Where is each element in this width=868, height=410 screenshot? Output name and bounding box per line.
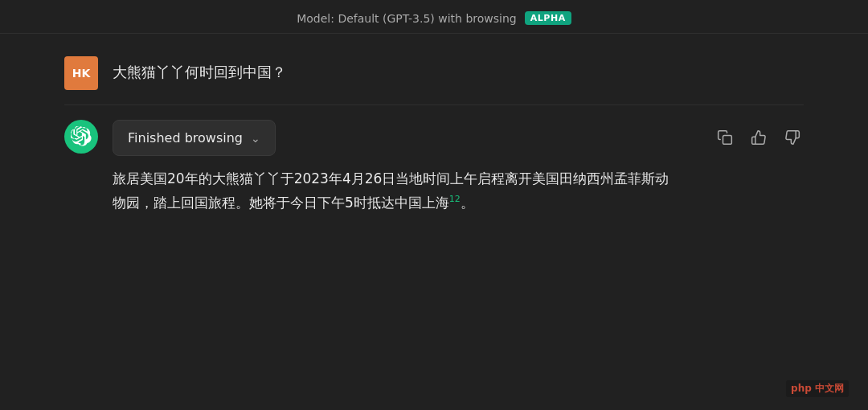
openai-logo-icon [71,126,92,147]
user-message-text: 大熊猫丫丫何时回到中国？ [113,56,286,82]
svg-rect-0 [723,136,732,145]
action-icons-group [714,120,804,149]
user-avatar: HK [64,56,98,90]
alpha-badge: ALPHA [525,11,571,25]
citation-superscript: 12 [449,194,461,204]
assistant-message-row: Finished browsing ⌄ 旅居美国20年的大熊猫丫丫于2023年4… [64,105,804,230]
assistant-response-text: 旅居美国20年的大熊猫丫丫于2023年4月26日当地时间上午启程离开美国田纳西州… [113,167,675,215]
chevron-down-icon: ⌄ [251,132,260,145]
thumbs-down-button[interactable] [781,126,804,149]
watermark: php 中文网 [786,380,849,397]
user-message-row: HK 大熊猫丫丫何时回到中国？ [64,42,804,105]
thumbs-up-button[interactable] [747,126,770,149]
model-header: Model: Default (GPT-3.5) with browsing A… [0,0,868,33]
browsing-pill[interactable]: Finished browsing ⌄ [113,120,276,156]
copy-button[interactable] [714,126,736,149]
model-label: Model: Default (GPT-3.5) with browsing [297,12,517,25]
browsing-label: Finished browsing [128,130,243,146]
assistant-avatar [64,120,98,154]
